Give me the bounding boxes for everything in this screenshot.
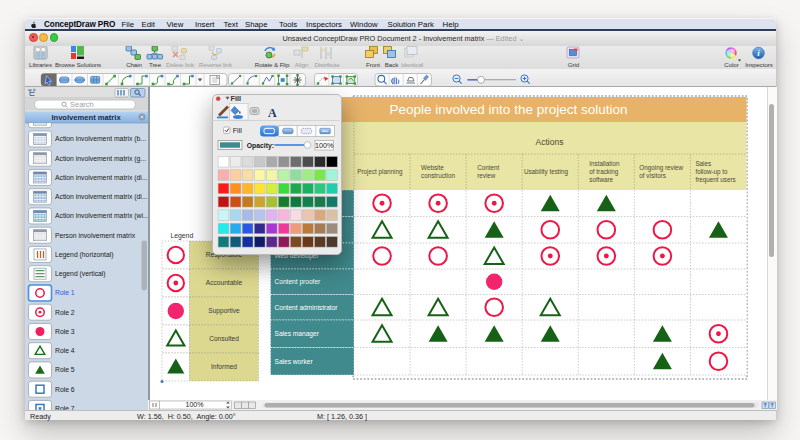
svg-text:review: review [477, 172, 496, 179]
svg-text:A: A [268, 106, 277, 120]
svg-text:Ongoing review: Ongoing review [639, 164, 683, 172]
svg-text:Opacity:: Opacity: [246, 142, 273, 150]
svg-text:Action involvement matrix (di.: Action involvement matrix (di... [55, 173, 148, 181]
svg-text:Project planning: Project planning [357, 168, 403, 176]
svg-text:100%: 100% [185, 401, 203, 408]
svg-text:of tracking: of tracking [589, 168, 619, 176]
svg-text:People involved into the proje: People involved into the project solutio… [389, 102, 627, 117]
svg-text:Person involvement matrix: Person involvement matrix [55, 231, 136, 238]
svg-text:Accountable: Accountable [205, 279, 242, 286]
svg-text:Sales: Sales [695, 160, 711, 167]
svg-text:Actions: Actions [535, 137, 563, 147]
svg-text:Role 2: Role 2 [55, 308, 75, 315]
svg-text:of visitors: of visitors [639, 172, 666, 179]
svg-text:Usability testing: Usability testing [523, 168, 568, 176]
svg-text:Action involvement matrix (di.: Action involvement matrix (di... [55, 193, 148, 201]
svg-text:Fill: Fill [232, 126, 242, 135]
svg-text:Role 6: Role 6 [55, 385, 75, 392]
svg-text:frequent users: frequent users [695, 176, 735, 184]
svg-text:Role 1: Role 1 [55, 289, 75, 296]
svg-text:Action involvement matrix (g..: Action involvement matrix (g... [55, 154, 146, 162]
svg-text:construction: construction [421, 172, 455, 179]
svg-text:100%: 100% [315, 141, 334, 150]
svg-text:Action involvement matrix (b..: Action involvement matrix (b... [55, 135, 146, 143]
svg-text:Supportive: Supportive [208, 307, 240, 315]
svg-text:Role 3: Role 3 [55, 327, 75, 334]
svg-text:follow-up to: follow-up to [695, 168, 728, 176]
svg-text:Content: Content [477, 164, 499, 171]
svg-text:Fill: Fill [230, 94, 241, 103]
svg-text:Legend (vertical): Legend (vertical) [55, 270, 106, 278]
svg-text:Informed: Informed [210, 363, 236, 370]
svg-text:Sales manager: Sales manager [274, 330, 319, 338]
svg-text:Involvement matrix: Involvement matrix [51, 112, 121, 121]
svg-text:Action involvement matrix (wi.: Action involvement matrix (wi... [55, 212, 148, 220]
svg-text:Search: Search [70, 100, 94, 109]
svg-text:software: software [589, 176, 613, 183]
svg-text:Legend: Legend [170, 232, 193, 240]
svg-text:Consulted: Consulted [209, 335, 239, 342]
svg-text:Sales worker: Sales worker [274, 358, 313, 365]
svg-text:Website: Website [421, 164, 444, 171]
svg-text:Role 4: Role 4 [55, 347, 75, 354]
svg-text:Content proofer: Content proofer [274, 278, 321, 286]
svg-text:Legend (horizontal): Legend (horizontal) [55, 250, 114, 258]
svg-text:Content administrator: Content administrator [274, 304, 338, 311]
svg-text:Installation: Installation [589, 160, 620, 167]
svg-text:Role 5: Role 5 [55, 366, 75, 373]
